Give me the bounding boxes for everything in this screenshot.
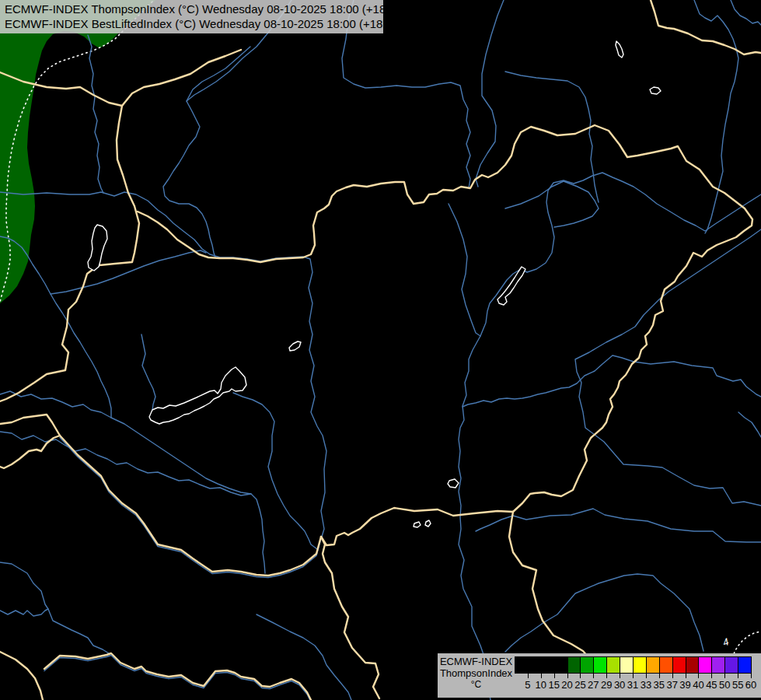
legend-tick xyxy=(567,674,568,678)
legend-color-cell: 39 xyxy=(673,657,686,673)
river xyxy=(0,562,109,653)
country-border xyxy=(651,0,761,54)
legend-color-cell: 55 xyxy=(725,657,738,673)
title-line-thompson: ECMWF-INDEX ThompsonIndex (°C) Wednesday… xyxy=(5,2,379,16)
legend-color-cell: 50 xyxy=(712,657,725,673)
country-border xyxy=(0,436,60,468)
legend-color-cell: 15 xyxy=(542,657,555,673)
river xyxy=(476,0,504,187)
legend-tick-value: 20 xyxy=(561,679,572,691)
legend-tick-value: 45 xyxy=(706,679,717,691)
country-borders-layer xyxy=(0,0,761,700)
river xyxy=(0,609,48,616)
legend-color-cell: 25 xyxy=(568,657,581,673)
legend-color-cell: 29 xyxy=(594,657,607,673)
river xyxy=(738,412,761,437)
country-border xyxy=(138,125,752,512)
legend-tick-value: 27 xyxy=(588,679,599,691)
country-border xyxy=(321,537,379,698)
legend-tick xyxy=(738,674,738,678)
rivers-layer xyxy=(0,0,761,700)
legend-index-label: ThompsonIndex xyxy=(438,667,515,679)
title-line-bestlifted: ECMWF-INDEX BestLiftedIndex (°C) Wednesd… xyxy=(5,16,379,31)
legend-color-cell: 10 xyxy=(529,657,542,673)
legend-tick xyxy=(633,674,634,678)
legend-tick xyxy=(528,674,529,678)
lake-outline xyxy=(448,479,459,488)
legend-tick xyxy=(620,674,620,678)
legend-tick xyxy=(659,674,660,678)
legend-tick-value: 31 xyxy=(627,679,638,691)
country-border xyxy=(509,512,588,657)
legend-tick xyxy=(751,674,752,678)
legend-color-cell: 30 xyxy=(607,657,620,673)
country-border xyxy=(0,415,321,576)
river xyxy=(505,574,703,652)
river xyxy=(141,334,155,410)
legend-tick xyxy=(593,674,594,678)
legend-tick-value: 50 xyxy=(719,679,730,691)
legend-unit-label: °C xyxy=(438,679,515,691)
legend-tick-value: 10 xyxy=(536,679,546,691)
country-border xyxy=(122,50,241,106)
legend-tick-value: 30 xyxy=(614,679,625,691)
river xyxy=(463,355,761,407)
lake-balaton-outline xyxy=(149,367,246,424)
legend-tick-value: 5 xyxy=(525,679,530,691)
legend-tick xyxy=(580,674,581,678)
legend-tick-value: 55 xyxy=(732,679,743,691)
legend-panel: ECMWF-INDEX ThompsonIndex °C 51015202527… xyxy=(438,653,761,698)
country-border xyxy=(0,652,43,700)
river xyxy=(0,391,265,573)
river xyxy=(44,656,311,700)
legend-tick xyxy=(554,674,555,678)
legend-color-cell: 60 xyxy=(738,657,751,673)
legend-model-label: ECMWF-INDEX xyxy=(438,656,515,667)
legend-tick xyxy=(646,674,647,678)
legend-tick-value: 39 xyxy=(679,679,690,691)
lake-outline xyxy=(425,520,431,527)
legend-color-cell: 40 xyxy=(686,657,700,673)
legend-color-cell: 37 xyxy=(660,657,673,673)
legend-labels: ECMWF-INDEX ThompsonIndex °C xyxy=(438,653,515,698)
legend-tick-value: 60 xyxy=(745,679,756,691)
legend-tick-value: 37 xyxy=(666,679,677,691)
river xyxy=(51,250,206,294)
legend-colorbar-wrap: 51015202527293031333537394045505560 xyxy=(515,656,752,698)
river xyxy=(88,35,103,193)
legend-colorbar: 51015202527293031333537394045505560 xyxy=(515,656,752,674)
legend-color-cell: 35 xyxy=(647,657,660,673)
weather-map-screen: 4 ECMWF-INDEX ThompsonIndex (°C) Wednesd… xyxy=(0,0,761,700)
legend-tick-value: 35 xyxy=(654,679,665,691)
river xyxy=(233,393,317,549)
river xyxy=(0,432,251,495)
legend-color-cell: 33 xyxy=(634,657,647,673)
lake-outline xyxy=(616,41,623,58)
weather-map xyxy=(0,0,761,700)
legend-color-cell: 20 xyxy=(555,657,568,673)
river xyxy=(731,0,761,25)
river xyxy=(459,173,761,700)
river xyxy=(449,204,480,336)
green-region-shape xyxy=(0,0,155,303)
legend-color-cell: 27 xyxy=(581,657,594,673)
legend-tick-value: 29 xyxy=(601,679,612,691)
legend-tick-value: 25 xyxy=(574,679,585,691)
legend-tick xyxy=(698,674,699,678)
river xyxy=(575,229,761,506)
index-region-green xyxy=(0,0,155,303)
legend-tick xyxy=(541,674,542,678)
lake-neusiedl-outline xyxy=(88,225,107,271)
legend-color-cell: 5 xyxy=(515,657,529,673)
legend-tick xyxy=(672,674,673,678)
river xyxy=(505,181,599,227)
dotted-admin-lines xyxy=(0,2,760,663)
lakes-layer xyxy=(88,41,661,527)
legend-tick-value: 33 xyxy=(641,679,651,691)
legend-color-cell: 45 xyxy=(699,657,712,673)
lake-outline xyxy=(650,87,661,94)
legend-tick xyxy=(724,674,725,678)
lake-tisza-outline xyxy=(497,267,525,305)
legend-tick xyxy=(686,674,686,678)
lake-velence-outline xyxy=(289,341,301,351)
